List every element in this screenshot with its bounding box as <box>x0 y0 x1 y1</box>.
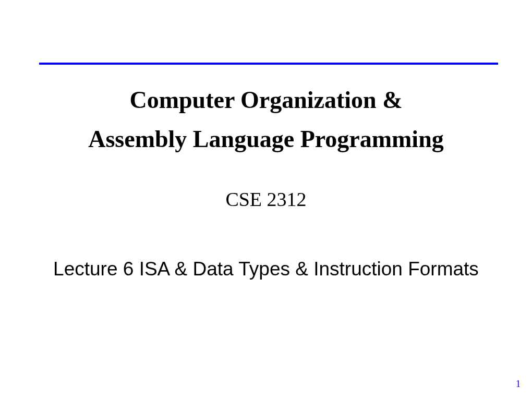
slide-title-line-2: Assembly Language Programming <box>0 125 532 153</box>
horizontal-divider <box>39 63 498 65</box>
page-number: 1 <box>516 379 521 390</box>
lecture-title: Lecture 6 ISA & Data Types & Instruction… <box>0 258 532 280</box>
course-code: CSE 2312 <box>0 188 532 211</box>
slide-title-line-1: Computer Organization & <box>0 86 532 114</box>
